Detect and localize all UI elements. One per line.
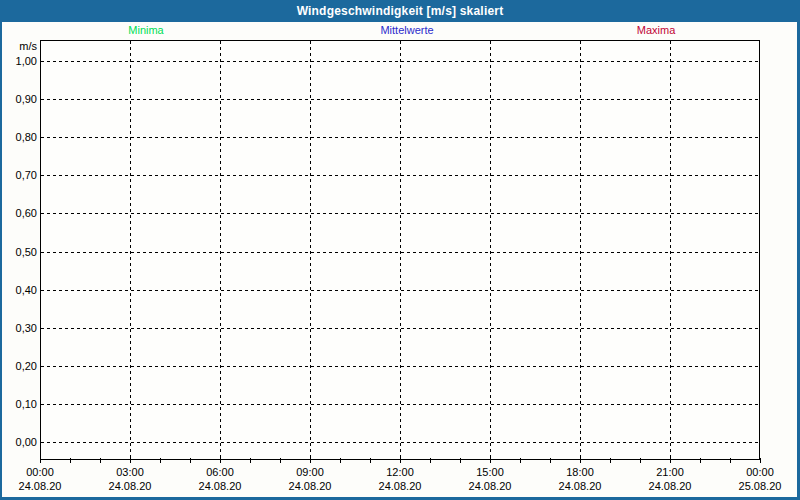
x-gridline <box>580 41 581 459</box>
x-axis-time-label: 21:00 <box>630 466 710 478</box>
x-axis-minor-tick <box>100 458 101 463</box>
window-titlebar: Windgeschwindigkeit [m/s] skaliert <box>0 0 800 22</box>
y-axis-tick-label: 0,90 <box>0 93 37 105</box>
x-axis-minor-tick <box>670 458 671 463</box>
x-axis-date-label: 24.08.20 <box>540 480 620 492</box>
x-axis-minor-tick <box>700 458 701 463</box>
x-gridline <box>310 41 311 459</box>
y-axis-tick-label: 0,70 <box>0 169 37 181</box>
x-axis-time-label: 12:00 <box>360 466 440 478</box>
x-gridline <box>220 41 221 459</box>
x-gridline <box>400 41 401 459</box>
x-axis-minor-tick <box>430 458 431 463</box>
x-axis-minor-tick <box>760 458 761 463</box>
chart-window: Windgeschwindigkeit [m/s] skaliert Minim… <box>0 0 800 500</box>
y-axis-tick-label: 0,50 <box>0 246 37 258</box>
x-axis-time-label: 00:00 <box>720 466 800 478</box>
x-gridline <box>670 41 671 459</box>
x-axis-date-label: 24.08.20 <box>360 480 440 492</box>
x-axis-date-label: 24.08.20 <box>90 480 170 492</box>
x-axis-time-label: 06:00 <box>180 466 260 478</box>
legend-label-minima: Minima <box>128 24 163 36</box>
x-axis-date-label: 25.08.20 <box>720 480 800 492</box>
y-axis-tick-label: 0,20 <box>0 360 37 372</box>
x-axis-minor-tick <box>580 458 581 463</box>
y-axis-tick-label: 0,10 <box>0 398 37 410</box>
y-axis-tick-label: 0,60 <box>0 207 37 219</box>
x-axis-minor-tick <box>610 458 611 463</box>
chart-title: Windgeschwindigkeit [m/s] skaliert <box>297 4 504 18</box>
x-axis-minor-tick <box>340 458 341 463</box>
x-axis-date-label: 24.08.20 <box>180 480 260 492</box>
x-gridline <box>130 41 131 459</box>
plot-area <box>40 40 760 460</box>
x-axis-time-label: 15:00 <box>450 466 530 478</box>
x-axis-time-label: 18:00 <box>540 466 620 478</box>
legend-label-mittelwerte: Mittelwerte <box>380 24 433 36</box>
x-axis-minor-tick <box>280 458 281 463</box>
x-axis-minor-tick <box>70 458 71 463</box>
x-axis-minor-tick <box>520 458 521 463</box>
x-axis-minor-tick <box>220 458 221 463</box>
x-axis-time-label: 09:00 <box>270 466 350 478</box>
x-axis-date-label: 24.08.20 <box>450 480 530 492</box>
window-border-left <box>0 0 2 500</box>
x-axis-minor-tick <box>310 458 311 463</box>
x-axis-minor-tick <box>460 458 461 463</box>
y-axis-tick-label: 0,00 <box>0 436 37 448</box>
y-axis-tick-label: 0,30 <box>0 322 37 334</box>
x-axis-minor-tick <box>370 458 371 463</box>
y-axis-tick-label: 0,80 <box>0 131 37 143</box>
x-axis-date-label: 24.08.20 <box>630 480 710 492</box>
x-axis-minor-tick <box>130 458 131 463</box>
legend-label-maxima: Maxima <box>637 24 676 36</box>
y-axis-tick-label: 0,40 <box>0 284 37 296</box>
x-axis-minor-tick <box>160 458 161 463</box>
y-axis-unit-label: m/s <box>0 40 37 52</box>
x-axis-minor-tick <box>550 458 551 463</box>
x-axis-time-label: 00:00 <box>0 466 80 478</box>
x-axis-date-label: 24.08.20 <box>0 480 80 492</box>
x-axis-minor-tick <box>40 458 41 463</box>
x-axis-minor-tick <box>400 458 401 463</box>
x-axis-time-label: 03:00 <box>90 466 170 478</box>
x-gridline <box>490 41 491 459</box>
x-axis-minor-tick <box>250 458 251 463</box>
x-axis-minor-tick <box>490 458 491 463</box>
y-axis-tick-label: 1,00 <box>0 55 37 67</box>
x-axis-date-label: 24.08.20 <box>270 480 350 492</box>
x-axis-minor-tick <box>640 458 641 463</box>
x-axis-minor-tick <box>190 458 191 463</box>
x-axis-minor-tick <box>730 458 731 463</box>
